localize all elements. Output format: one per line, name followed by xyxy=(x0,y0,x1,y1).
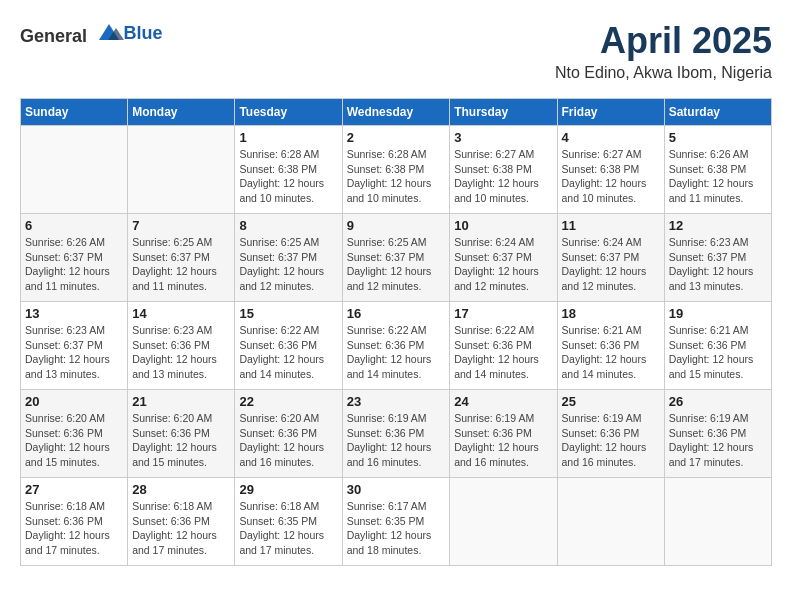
day-info: Sunrise: 6:28 AM Sunset: 6:38 PM Dayligh… xyxy=(239,147,337,206)
day-number: 25 xyxy=(562,394,660,409)
day-info: Sunrise: 6:26 AM Sunset: 6:37 PM Dayligh… xyxy=(25,235,123,294)
calendar-cell: 19Sunrise: 6:21 AM Sunset: 6:36 PM Dayli… xyxy=(664,302,771,390)
day-info: Sunrise: 6:20 AM Sunset: 6:36 PM Dayligh… xyxy=(25,411,123,470)
day-info: Sunrise: 6:18 AM Sunset: 6:36 PM Dayligh… xyxy=(132,499,230,558)
calendar-cell: 4Sunrise: 6:27 AM Sunset: 6:38 PM Daylig… xyxy=(557,126,664,214)
calendar-cell: 16Sunrise: 6:22 AM Sunset: 6:36 PM Dayli… xyxy=(342,302,450,390)
calendar-cell xyxy=(128,126,235,214)
day-info: Sunrise: 6:24 AM Sunset: 6:37 PM Dayligh… xyxy=(454,235,552,294)
location-title: Nto Edino, Akwa Ibom, Nigeria xyxy=(555,64,772,82)
day-number: 13 xyxy=(25,306,123,321)
day-info: Sunrise: 6:28 AM Sunset: 6:38 PM Dayligh… xyxy=(347,147,446,206)
calendar: SundayMondayTuesdayWednesdayThursdayFrid… xyxy=(20,98,772,566)
day-number: 3 xyxy=(454,130,552,145)
day-number: 15 xyxy=(239,306,337,321)
day-info: Sunrise: 6:17 AM Sunset: 6:35 PM Dayligh… xyxy=(347,499,446,558)
day-number: 29 xyxy=(239,482,337,497)
day-number: 7 xyxy=(132,218,230,233)
weekday-header: Tuesday xyxy=(235,99,342,126)
weekday-header: Monday xyxy=(128,99,235,126)
calendar-cell: 28Sunrise: 6:18 AM Sunset: 6:36 PM Dayli… xyxy=(128,478,235,566)
day-info: Sunrise: 6:18 AM Sunset: 6:35 PM Dayligh… xyxy=(239,499,337,558)
day-info: Sunrise: 6:26 AM Sunset: 6:38 PM Dayligh… xyxy=(669,147,767,206)
calendar-cell: 7Sunrise: 6:25 AM Sunset: 6:37 PM Daylig… xyxy=(128,214,235,302)
calendar-cell: 20Sunrise: 6:20 AM Sunset: 6:36 PM Dayli… xyxy=(21,390,128,478)
day-number: 24 xyxy=(454,394,552,409)
calendar-cell: 3Sunrise: 6:27 AM Sunset: 6:38 PM Daylig… xyxy=(450,126,557,214)
title-area: April 2025 Nto Edino, Akwa Ibom, Nigeria xyxy=(555,20,772,82)
calendar-cell: 24Sunrise: 6:19 AM Sunset: 6:36 PM Dayli… xyxy=(450,390,557,478)
calendar-cell: 13Sunrise: 6:23 AM Sunset: 6:37 PM Dayli… xyxy=(21,302,128,390)
day-info: Sunrise: 6:21 AM Sunset: 6:36 PM Dayligh… xyxy=(669,323,767,382)
day-number: 10 xyxy=(454,218,552,233)
calendar-cell: 10Sunrise: 6:24 AM Sunset: 6:37 PM Dayli… xyxy=(450,214,557,302)
calendar-cell: 26Sunrise: 6:19 AM Sunset: 6:36 PM Dayli… xyxy=(664,390,771,478)
weekday-header: Sunday xyxy=(21,99,128,126)
calendar-cell: 6Sunrise: 6:26 AM Sunset: 6:37 PM Daylig… xyxy=(21,214,128,302)
day-number: 18 xyxy=(562,306,660,321)
day-number: 14 xyxy=(132,306,230,321)
day-info: Sunrise: 6:21 AM Sunset: 6:36 PM Dayligh… xyxy=(562,323,660,382)
day-info: Sunrise: 6:27 AM Sunset: 6:38 PM Dayligh… xyxy=(454,147,552,206)
logo-icon xyxy=(94,20,124,42)
day-info: Sunrise: 6:22 AM Sunset: 6:36 PM Dayligh… xyxy=(239,323,337,382)
day-number: 28 xyxy=(132,482,230,497)
calendar-cell: 23Sunrise: 6:19 AM Sunset: 6:36 PM Dayli… xyxy=(342,390,450,478)
calendar-week-row: 27Sunrise: 6:18 AM Sunset: 6:36 PM Dayli… xyxy=(21,478,772,566)
day-info: Sunrise: 6:23 AM Sunset: 6:36 PM Dayligh… xyxy=(132,323,230,382)
calendar-cell: 30Sunrise: 6:17 AM Sunset: 6:35 PM Dayli… xyxy=(342,478,450,566)
logo-general: General xyxy=(20,26,87,46)
weekday-header: Wednesday xyxy=(342,99,450,126)
month-title: April 2025 xyxy=(555,20,772,62)
calendar-cell xyxy=(557,478,664,566)
day-info: Sunrise: 6:18 AM Sunset: 6:36 PM Dayligh… xyxy=(25,499,123,558)
calendar-cell xyxy=(21,126,128,214)
logo-blue: Blue xyxy=(124,23,163,43)
calendar-header-row: SundayMondayTuesdayWednesdayThursdayFrid… xyxy=(21,99,772,126)
day-number: 4 xyxy=(562,130,660,145)
day-info: Sunrise: 6:25 AM Sunset: 6:37 PM Dayligh… xyxy=(132,235,230,294)
day-number: 26 xyxy=(669,394,767,409)
calendar-cell: 11Sunrise: 6:24 AM Sunset: 6:37 PM Dayli… xyxy=(557,214,664,302)
day-info: Sunrise: 6:20 AM Sunset: 6:36 PM Dayligh… xyxy=(132,411,230,470)
calendar-cell: 14Sunrise: 6:23 AM Sunset: 6:36 PM Dayli… xyxy=(128,302,235,390)
day-number: 1 xyxy=(239,130,337,145)
calendar-cell: 17Sunrise: 6:22 AM Sunset: 6:36 PM Dayli… xyxy=(450,302,557,390)
day-info: Sunrise: 6:19 AM Sunset: 6:36 PM Dayligh… xyxy=(454,411,552,470)
calendar-cell: 5Sunrise: 6:26 AM Sunset: 6:38 PM Daylig… xyxy=(664,126,771,214)
calendar-cell: 1Sunrise: 6:28 AM Sunset: 6:38 PM Daylig… xyxy=(235,126,342,214)
day-number: 17 xyxy=(454,306,552,321)
day-info: Sunrise: 6:19 AM Sunset: 6:36 PM Dayligh… xyxy=(347,411,446,470)
day-number: 19 xyxy=(669,306,767,321)
calendar-cell: 12Sunrise: 6:23 AM Sunset: 6:37 PM Dayli… xyxy=(664,214,771,302)
day-number: 16 xyxy=(347,306,446,321)
day-number: 5 xyxy=(669,130,767,145)
calendar-week-row: 20Sunrise: 6:20 AM Sunset: 6:36 PM Dayli… xyxy=(21,390,772,478)
day-info: Sunrise: 6:25 AM Sunset: 6:37 PM Dayligh… xyxy=(347,235,446,294)
day-number: 2 xyxy=(347,130,446,145)
header: General Blue April 2025 Nto Edino, Akwa … xyxy=(20,20,772,82)
calendar-cell: 2Sunrise: 6:28 AM Sunset: 6:38 PM Daylig… xyxy=(342,126,450,214)
day-info: Sunrise: 6:23 AM Sunset: 6:37 PM Dayligh… xyxy=(669,235,767,294)
calendar-cell: 29Sunrise: 6:18 AM Sunset: 6:35 PM Dayli… xyxy=(235,478,342,566)
day-number: 6 xyxy=(25,218,123,233)
day-info: Sunrise: 6:19 AM Sunset: 6:36 PM Dayligh… xyxy=(669,411,767,470)
weekday-header: Saturday xyxy=(664,99,771,126)
day-number: 21 xyxy=(132,394,230,409)
day-info: Sunrise: 6:22 AM Sunset: 6:36 PM Dayligh… xyxy=(347,323,446,382)
day-number: 20 xyxy=(25,394,123,409)
calendar-cell: 9Sunrise: 6:25 AM Sunset: 6:37 PM Daylig… xyxy=(342,214,450,302)
calendar-cell: 15Sunrise: 6:22 AM Sunset: 6:36 PM Dayli… xyxy=(235,302,342,390)
calendar-cell: 22Sunrise: 6:20 AM Sunset: 6:36 PM Dayli… xyxy=(235,390,342,478)
day-number: 8 xyxy=(239,218,337,233)
day-number: 11 xyxy=(562,218,660,233)
day-number: 22 xyxy=(239,394,337,409)
day-info: Sunrise: 6:20 AM Sunset: 6:36 PM Dayligh… xyxy=(239,411,337,470)
weekday-header: Thursday xyxy=(450,99,557,126)
day-number: 23 xyxy=(347,394,446,409)
calendar-cell: 25Sunrise: 6:19 AM Sunset: 6:36 PM Dayli… xyxy=(557,390,664,478)
calendar-week-row: 1Sunrise: 6:28 AM Sunset: 6:38 PM Daylig… xyxy=(21,126,772,214)
weekday-header: Friday xyxy=(557,99,664,126)
calendar-cell: 8Sunrise: 6:25 AM Sunset: 6:37 PM Daylig… xyxy=(235,214,342,302)
day-number: 9 xyxy=(347,218,446,233)
